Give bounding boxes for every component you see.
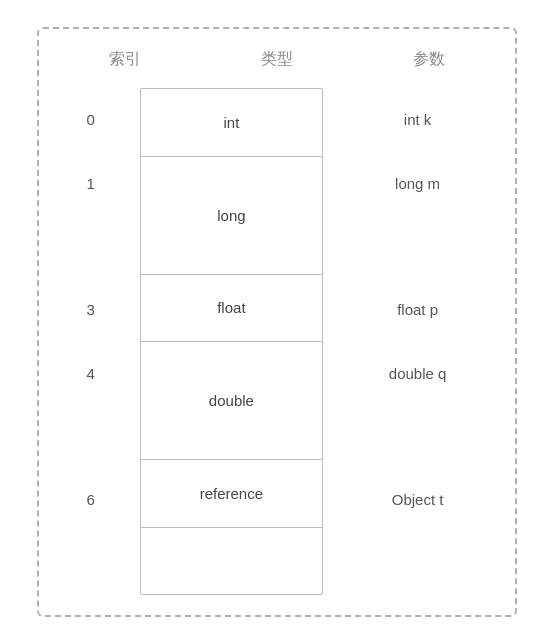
type-reference: reference xyxy=(141,460,321,528)
index-4: 4 xyxy=(87,365,95,382)
type-float: float xyxy=(141,275,321,343)
param-float-p: float p xyxy=(397,301,438,318)
type-header: 类型 xyxy=(202,49,352,70)
param-column: int k long m float p double q xyxy=(338,88,498,595)
main-area: 0 1 3 4 6 xyxy=(49,88,505,595)
index-3: 3 xyxy=(87,301,95,318)
main-container: 索引 类型 参数 0 1 3 4 xyxy=(37,27,517,617)
type-empty xyxy=(141,528,321,595)
param-int-k: int k xyxy=(404,111,432,128)
type-int: int xyxy=(141,89,321,157)
index-6: 6 xyxy=(87,491,95,508)
param-double-q: double q xyxy=(389,365,447,382)
index-column: 0 1 3 4 6 xyxy=(57,88,125,595)
header-row: 索引 类型 参数 xyxy=(49,49,505,70)
param-long-m: long m xyxy=(395,175,440,192)
type-double: double xyxy=(141,342,321,460)
param-object-t: Object t xyxy=(392,491,444,508)
param-header: 参数 xyxy=(354,49,504,70)
type-long: long xyxy=(141,157,321,275)
index-0: 0 xyxy=(87,111,95,128)
type-column: int long float double reference xyxy=(140,88,322,595)
index-1: 1 xyxy=(87,175,95,192)
index-header: 索引 xyxy=(50,49,200,70)
